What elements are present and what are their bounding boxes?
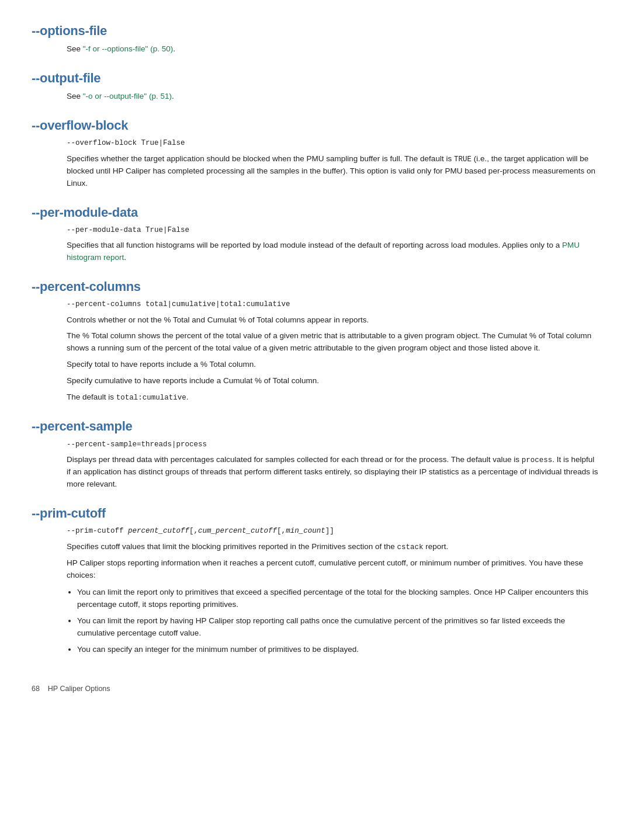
section-title-per-module-data: --per-module-data <box>32 203 599 223</box>
section-per-module-data: --per-module-data --per-module-data True… <box>32 203 599 264</box>
section-body-prim-cutoff: --prim-cutoff percent_cutoff[,cum_percen… <box>67 526 599 655</box>
section-percent-sample: --percent-sample --percent-sample=thread… <box>32 416 599 491</box>
section-body-overflow-block: --overflow-block True|False Specifies wh… <box>67 138 599 190</box>
prim-cutoff-bullet-1: You can limit the report only to primiti… <box>77 586 599 611</box>
prim-cutoff-bullets: You can limit the report only to primiti… <box>77 586 599 656</box>
output-file-link[interactable]: "-o or --output-file" (p. 51) <box>83 92 172 100</box>
section-title-percent-columns: --percent-columns <box>32 277 599 297</box>
percent-columns-para-3: Specify total to have reports include a … <box>67 359 599 371</box>
footer-section: HP Caliper Options <box>48 685 110 693</box>
section-body-per-module-data: --per-module-data True|False Specifies t… <box>67 225 599 264</box>
options-file-see-text: See "-f or --options-file" (p. 50). <box>67 43 599 55</box>
prim-cutoff-bracket3: ]] <box>325 527 334 535</box>
prim-cutoff-arg2: cum_percent_cutoff <box>198 527 277 535</box>
section-options-file: --options-file See "-f or --options-file… <box>32 21 599 55</box>
prim-cutoff-bracket2: [, <box>277 527 286 535</box>
pmu-histogram-link[interactable]: PMU histogram report <box>67 241 580 262</box>
section-output-file: --output-file See "-o or --output-file" … <box>32 68 599 103</box>
prim-cutoff-para-1: Specifies cutoff values that limit the b… <box>67 541 599 553</box>
percent-sample-process: process <box>522 456 553 464</box>
prim-cutoff-bullet-2: You can limit the report by having HP Ca… <box>77 615 599 640</box>
section-title-options-file: --options-file <box>32 21 599 41</box>
section-body-percent-sample: --percent-sample=threads|process Display… <box>67 439 599 491</box>
per-module-data-para-1: Specifies that all function histograms w… <box>67 239 599 264</box>
percent-sample-para-1: Displays per thread data with percentage… <box>67 454 599 491</box>
page-footer: 68 HP Caliper Options <box>32 679 599 695</box>
section-prim-cutoff: --prim-cutoff --prim-cutoff percent_cuto… <box>32 504 599 655</box>
section-title-prim-cutoff: --prim-cutoff <box>32 504 599 523</box>
section-title-percent-sample: --percent-sample <box>32 416 599 436</box>
prim-cutoff-para-2: HP Caliper stops reporting information w… <box>67 557 599 582</box>
percent-columns-para-4: Specify cumulative to have reports inclu… <box>67 375 599 387</box>
prim-cutoff-arg3: min_count <box>286 527 325 535</box>
prim-cutoff-code: --prim-cutoff percent_cutoff[,cum_percen… <box>67 526 599 537</box>
section-body-output-file: See "-o or --output-file" (p. 51). <box>67 91 599 103</box>
prim-cutoff-arg1: percent_cutoff <box>128 527 189 535</box>
percent-columns-default: total:cumulative <box>116 394 186 402</box>
section-body-options-file: See "-f or --options-file" (p. 50). <box>67 43 599 55</box>
percent-columns-para-5: The default is total:cumulative. <box>67 391 599 404</box>
prim-cutoff-cstack: cstack <box>397 543 424 551</box>
section-body-percent-columns: --percent-columns total|cumulative|total… <box>67 299 599 404</box>
prim-cutoff-code-prefix: --prim-cutoff <box>67 527 128 535</box>
section-title-output-file: --output-file <box>32 68 599 88</box>
output-file-see-text: See "-o or --output-file" (p. 51). <box>67 91 599 103</box>
percent-columns-para-1: Controls whether or not the % Total and … <box>67 314 599 327</box>
percent-columns-para-2: The % Total column shows the percent of … <box>67 330 599 355</box>
percent-columns-code: --percent-columns total|cumulative|total… <box>67 299 599 310</box>
section-overflow-block: --overflow-block --overflow-block True|F… <box>32 116 599 190</box>
percent-sample-code: --percent-sample=threads|process <box>67 439 599 450</box>
overflow-block-true: TRUE <box>454 155 471 164</box>
footer-page-number: 68 <box>32 685 40 693</box>
per-module-data-code: --per-module-data True|False <box>67 225 599 236</box>
options-file-link[interactable]: "-f or --options-file" (p. 50) <box>83 44 173 53</box>
section-title-overflow-block: --overflow-block <box>32 116 599 136</box>
prim-cutoff-bullet-3: You can specify an integer for the minim… <box>77 644 599 656</box>
overflow-block-para-1: Specifies whether the target application… <box>67 153 599 190</box>
section-percent-columns: --percent-columns --percent-columns tota… <box>32 277 599 404</box>
overflow-block-code: --overflow-block True|False <box>67 138 599 149</box>
prim-cutoff-bracket1: [, <box>189 527 198 535</box>
